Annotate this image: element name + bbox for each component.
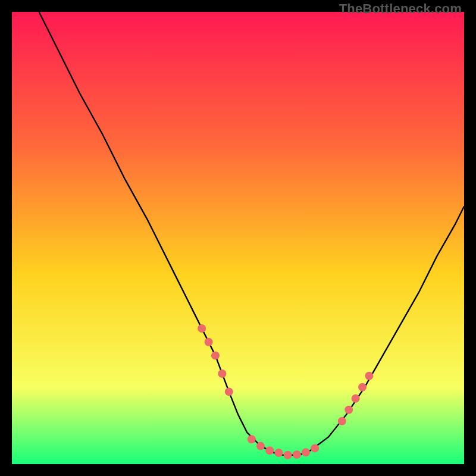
marker-dot [198,324,206,333]
marker-dot [284,451,292,459]
marker-dot [225,387,233,396]
marker-dot [311,444,319,452]
marker-dot [358,383,367,392]
marker-dot [352,394,360,403]
marker-dot [293,450,301,459]
marker-dot [218,369,226,378]
marker-dot [345,406,353,414]
chart-frame [12,12,464,464]
gradient-background [12,12,464,464]
marker-dot [365,372,373,380]
watermark-text: TheBottleneck.com [339,1,462,17]
marker-dot [274,449,283,457]
marker-dot [205,338,213,346]
bottleneck-chart [12,12,464,464]
marker-dot [211,352,220,360]
marker-dot [338,417,346,425]
marker-dot [256,442,265,450]
marker-dot [302,448,310,456]
marker-dot [248,435,256,443]
marker-dot [265,446,274,455]
